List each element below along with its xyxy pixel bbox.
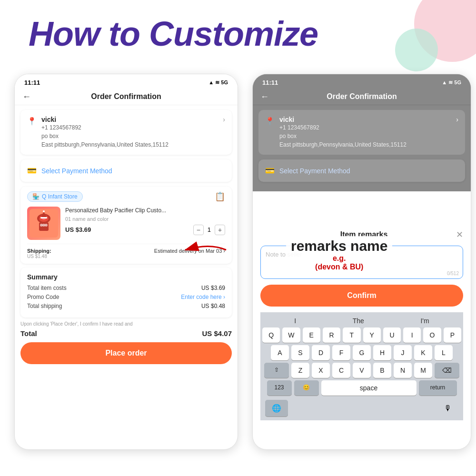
key-Y[interactable]: Y [363, 327, 381, 343]
suggestion-the[interactable]: The [353, 317, 364, 325]
left-nav-title: Order Confirmation [91, 92, 161, 101]
right-address-line2: East pittsburgh,Pennsylvania,United Stat… [279, 140, 407, 149]
product-info: Personalized Baby Pacifier Clip Custo...… [65, 207, 225, 235]
right-nav-title: Order Confirmation [327, 92, 397, 101]
promo-value: Enter code here › [181, 294, 225, 300]
right-status-bar: 11:11 ▲ ≋ 5G [253, 74, 471, 89]
remarks-annotation-eg: e.g. [291, 254, 387, 263]
left-scroll-area: 📍 vicki +1 1234567892 po box East pittsb… [15, 105, 238, 437]
key-O[interactable]: O [423, 327, 441, 343]
key-N[interactable]: N [394, 363, 412, 378]
keyboard-row-3: ⇧ Z X C V B N M ⌫ [262, 363, 461, 378]
summary-promo[interactable]: Promo Code Enter code here › [27, 294, 225, 300]
key-C[interactable]: C [332, 363, 350, 378]
key-F[interactable]: F [332, 345, 350, 360]
address-phone: +1 1234567892 [41, 123, 169, 132]
key-B[interactable]: B [373, 363, 391, 378]
location-icon: 📍 [27, 117, 37, 126]
key-D[interactable]: D [312, 345, 330, 360]
left-time: 11:11 [24, 79, 40, 86]
key-G[interactable]: G [353, 345, 371, 360]
payment-text: Select Payment Method [41, 167, 112, 175]
summary-section: Summary Total item costs US $3.69 Promo … [20, 268, 232, 317]
key-V[interactable]: V [353, 363, 371, 378]
key-R[interactable]: R [323, 327, 340, 343]
right-payment-icon: 💳 [265, 166, 275, 175]
svg-rect-5 [40, 217, 47, 218]
key-globe[interactable]: 🌐 [265, 400, 288, 416]
summary-shipping-label: Total shipping [27, 303, 62, 309]
right-back-button[interactable]: ← [260, 92, 269, 102]
key-Q[interactable]: Q [262, 327, 280, 343]
quantity-control: − 1 + [193, 225, 225, 235]
right-payment-section[interactable]: 💳 Select Payment Method [258, 159, 465, 182]
key-U[interactable]: U [383, 327, 401, 343]
address-details: vicki +1 1234567892 po box East pittsbur… [41, 116, 169, 149]
confirm-button[interactable]: Confirm [260, 285, 463, 307]
left-back-button[interactable]: ← [22, 92, 31, 102]
product-row: Personalized Baby Pacifier Clip Custo...… [27, 207, 225, 240]
key-backspace[interactable]: ⌫ [435, 363, 459, 378]
summary-shipping-value: US $0.48 [201, 303, 225, 309]
right-address-line1: po box [279, 132, 407, 140]
summary-shipping: Total shipping US $0.48 [27, 303, 225, 309]
key-A[interactable]: A [271, 345, 289, 360]
key-I[interactable]: I [403, 327, 421, 343]
key-space[interactable]: space [321, 380, 416, 396]
key-K[interactable]: K [414, 345, 432, 360]
right-phone-dark-top: 11:11 ▲ ≋ 5G ← Order Confirmation 📍 vick… [253, 74, 471, 191]
total-bar: Total US $4.07 [20, 329, 232, 337]
key-return[interactable]: return [419, 380, 457, 396]
suggestion-im[interactable]: I'm [420, 317, 429, 325]
key-mic[interactable]: 🎙 [437, 400, 458, 416]
key-emoji[interactable]: 😊 [294, 380, 319, 396]
key-T[interactable]: T [343, 327, 360, 343]
suggestion-i[interactable]: I [294, 317, 296, 325]
store-name-badge[interactable]: 🏪 Q Infant Store [27, 191, 83, 202]
key-S[interactable]: S [291, 345, 309, 360]
address-arrow: › [223, 116, 225, 123]
remarks-annotation-line1: remarks name [291, 238, 387, 254]
main-title: How to Customize [29, 14, 318, 53]
left-nav-bar: ← Order Confirmation [15, 89, 238, 105]
keyboard-row-1: Q W E R T Y U I O P [262, 327, 461, 343]
qty-minus[interactable]: − [193, 225, 204, 235]
key-123[interactable]: 123 [267, 380, 292, 396]
key-W[interactable]: W [282, 327, 300, 343]
product-price: US $3.69 [65, 226, 91, 233]
address-card[interactable]: 📍 vicki +1 1234567892 po box East pittsb… [20, 110, 232, 155]
address-line1: po box [41, 132, 169, 140]
key-E[interactable]: E [303, 327, 320, 343]
modal-close-button[interactable]: ✕ [456, 229, 463, 240]
red-arrow [181, 240, 228, 264]
char-count: 0/512 [447, 271, 459, 276]
key-X[interactable]: X [312, 363, 330, 378]
key-L[interactable]: L [435, 345, 453, 360]
right-nav-bar: ← Order Confirmation [253, 89, 471, 105]
store-icon: 🏪 [32, 193, 40, 200]
payment-section[interactable]: 💳 Select Payment Method [20, 159, 232, 182]
right-time: 11:11 [262, 79, 278, 86]
qty-plus[interactable]: + [215, 225, 225, 235]
key-J[interactable]: J [394, 345, 412, 360]
summary-item-value: US $3.69 [201, 285, 225, 291]
item-remarks-modal: Item remarks ✕ Note to seller 0/512 rema… [253, 222, 471, 428]
shipping-label: Shipping: [27, 248, 51, 254]
payment-icon: 💳 [27, 166, 37, 175]
left-status-icons: ▲ ≋ 5G [208, 79, 228, 86]
key-shift[interactable]: ⇧ [264, 363, 289, 378]
store-header: 🏪 Q Infant Store 📋 [27, 191, 225, 202]
key-P[interactable]: P [444, 327, 461, 343]
svg-point-6 [43, 210, 45, 212]
key-Z[interactable]: Z [291, 363, 309, 378]
store-name: Q Infant Store [42, 193, 78, 200]
right-status-icons: ▲ ≋ 5G [442, 79, 461, 86]
key-M[interactable]: M [414, 363, 432, 378]
place-order-button[interactable]: Place order [20, 342, 232, 364]
note-icon[interactable]: 📋 [215, 191, 225, 202]
remarks-annotation-example: (devon & BU) [291, 263, 387, 271]
keyboard: I The I'm Q W E R T Y U I O P A S D [260, 312, 463, 420]
key-H[interactable]: H [373, 345, 391, 360]
right-address-card[interactable]: 📍 vicki +1 1234567892 po box East pittsb… [258, 110, 465, 155]
summary-item-label: Total item costs [27, 285, 67, 291]
